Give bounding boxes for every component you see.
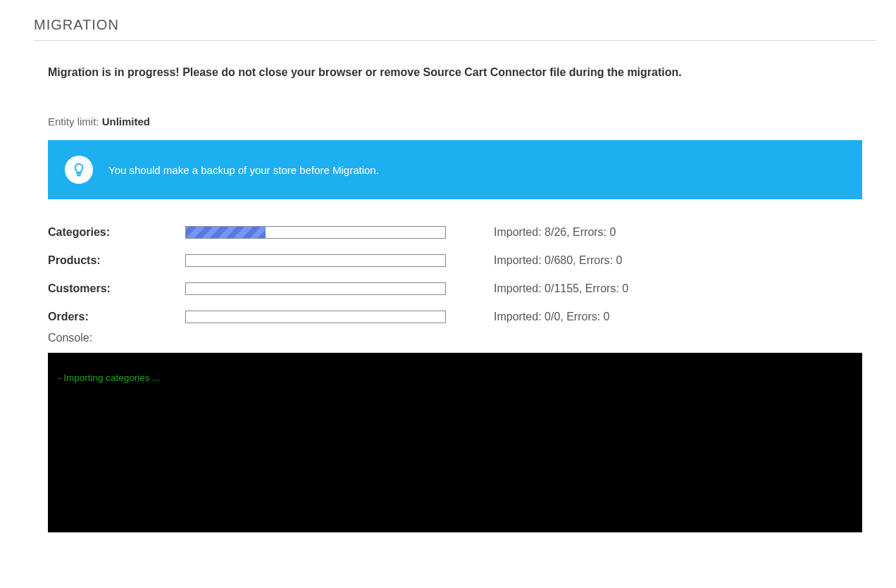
migration-page: MIGRATION Migration is in progress! Plea… (0, 0, 896, 532)
progress-row-status: Imported: 0/0, Errors: 0 (467, 311, 862, 323)
progress-row: Categories:Imported: 8/26, Errors: 0 (48, 226, 862, 239)
progress-row-status: Imported: 0/1155, Errors: 0 (467, 282, 862, 295)
progress-row-status: Imported: 0/680, Errors: 0 (467, 254, 862, 267)
entity-limit: Entity limit: Unlimited (48, 115, 862, 127)
content-area: Migration is in progress! Please do not … (34, 66, 876, 532)
progress-row: Orders:Imported: 0/0, Errors: 0 (48, 311, 862, 323)
console-label: Console: (48, 332, 862, 344)
console-output[interactable]: - Importing categories ... (48, 353, 862, 532)
progress-row-status: Imported: 8/26, Errors: 0 (467, 226, 862, 239)
progress-bar (185, 311, 446, 323)
entity-limit-value: Unlimited (102, 115, 150, 127)
page-title: MIGRATION (34, 17, 876, 41)
progress-row-label: Orders: (48, 311, 164, 323)
progress-bar (185, 226, 446, 239)
backup-notice-text: You should make a backup of your store b… (108, 164, 379, 176)
progress-bar (185, 282, 446, 295)
progress-bar-fill (186, 227, 266, 238)
backup-notice: You should make a backup of your store b… (48, 140, 862, 199)
progress-bar (185, 254, 446, 267)
progress-row: Customers:Imported: 0/1155, Errors: 0 (48, 282, 862, 295)
lightbulb-icon (65, 156, 93, 184)
migration-warning: Migration is in progress! Please do not … (48, 66, 862, 79)
progress-row-label: Categories: (48, 226, 164, 239)
progress-row-label: Products: (48, 254, 164, 267)
progress-row-label: Customers: (48, 282, 164, 295)
console-line: - Importing categories ... (58, 373, 852, 383)
progress-row: Products:Imported: 0/680, Errors: 0 (48, 254, 862, 267)
entity-limit-label: Entity limit: (48, 115, 99, 127)
progress-table: Categories:Imported: 8/26, Errors: 0Prod… (48, 226, 862, 323)
